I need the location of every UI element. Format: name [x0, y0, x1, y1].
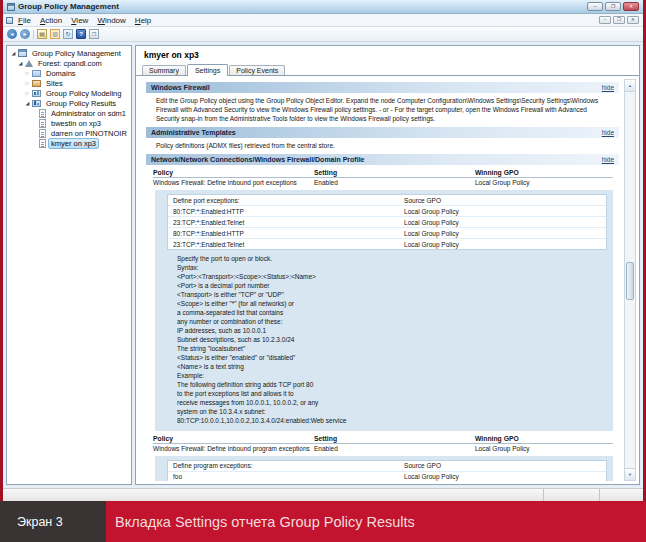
column-header: Setting: [314, 435, 475, 442]
toolbar-icons: [7, 29, 99, 39]
scroll-down-icon[interactable]: [625, 468, 635, 480]
description-line: <Status> is either "enabled" or "disable…: [177, 354, 607, 363]
expander-expanded-icon[interactable]: [17, 61, 24, 66]
child-restore-button[interactable]: [613, 16, 625, 24]
report-shell: Windows FirewallhideEdit the Group Polic…: [142, 79, 636, 481]
tree-item[interactable]: Group Policy Management: [7, 48, 131, 58]
description-line: 80:TCP:10.0.0.1,10.0.0.2,10.3.4.0/24:ena…: [177, 417, 607, 426]
exceptions-table-row: 23:TCP:*:Enabled:TelnetLocal Group Polic…: [168, 238, 606, 249]
scroll-up-icon[interactable]: [625, 80, 635, 92]
description-line: <Name> is a text string: [177, 363, 607, 372]
description-lines: Specify the port to open or block.Syntax…: [177, 255, 607, 425]
magazine-caption: Экран 3 Вкладка Settings отчета Group Po…: [0, 501, 646, 542]
minimize-button[interactable]: [587, 2, 603, 11]
menu-window[interactable]: Window: [97, 16, 125, 25]
status-bar: [3, 488, 643, 501]
toolbar-separator: [33, 30, 34, 39]
hide-link[interactable]: hide: [602, 129, 614, 136]
menu-help[interactable]: Help: [135, 16, 151, 25]
tree-item[interactable]: darren on PINOTNOIR: [7, 128, 131, 138]
tree-item[interactable]: Forest: cpandl.com: [7, 58, 131, 68]
new-window-icon[interactable]: [89, 29, 99, 39]
cell: Local Group Policy: [404, 230, 601, 237]
hide-link[interactable]: hide: [602, 84, 614, 91]
report-scrollbar[interactable]: [624, 79, 636, 481]
child-window-controls: [599, 16, 639, 24]
close-button[interactable]: [623, 2, 639, 11]
menu-file[interactable]: File: [18, 16, 31, 25]
policy-table-header: PolicySettingWinning GPO: [153, 168, 613, 178]
cell: 80:TCP:*:Enabled:HTTP: [173, 230, 404, 237]
description-line: <Scope> is either "*" (for all networks)…: [177, 300, 607, 309]
tree-item[interactable]: Group Policy Modeling: [7, 88, 131, 98]
tree-item-label: kmyer on xp3: [48, 138, 99, 149]
description-line: a comma-separated list that contains: [177, 309, 607, 318]
forward-icon[interactable]: [20, 29, 30, 39]
description-line: to the port exceptions list and allows i…: [177, 390, 607, 399]
refresh-icon[interactable]: [63, 29, 73, 39]
description-line: system on the 10.3.4.x subnet:: [177, 408, 607, 417]
cell: 23:TCP:*:Enabled:Telnet: [173, 219, 404, 226]
cell: Local Group Policy: [404, 241, 601, 248]
window-controls: [587, 2, 639, 11]
maximize-button[interactable]: [605, 2, 621, 11]
scroll-thumb[interactable]: [626, 262, 634, 300]
tree-item[interactable]: Administrator on sdm1: [7, 108, 131, 118]
tree-item-label: darren on PINOTNOIR: [48, 128, 130, 139]
policy-table-header: PolicySettingWinning GPO: [153, 434, 613, 444]
tree-item[interactable]: Domains: [7, 68, 131, 78]
menubar: FileActionViewWindowHelp: [3, 14, 643, 27]
status-divider: [543, 489, 599, 501]
description-line: The following definition string adds TCP…: [177, 381, 607, 390]
child-close-button[interactable]: [627, 16, 639, 24]
section-paragraph: Edit the Group Policy object using the G…: [156, 96, 607, 123]
column-header: Winning GPO: [475, 435, 613, 442]
description-line: IP addresses, such as 10.0.0.1: [177, 327, 607, 336]
export-icon[interactable]: [37, 29, 47, 39]
menu-view[interactable]: View: [71, 16, 88, 25]
column-header: Define program exceptions:: [173, 462, 404, 469]
description-line: <Transport> is either "TCP" or "UDP": [177, 291, 607, 300]
tab-settings[interactable]: Settings: [187, 64, 228, 76]
console-tree-icon[interactable]: [50, 29, 60, 39]
description-line: The string "localsubnet": [177, 345, 607, 354]
section-header: Administrative Templateshide: [146, 127, 619, 138]
column-header: Policy: [153, 435, 314, 442]
expander-collapsed-icon[interactable]: [24, 91, 31, 96]
expander-collapsed-icon[interactable]: [24, 81, 31, 86]
results-icon: [32, 100, 41, 107]
section-header: Windows Firewallhide: [146, 82, 619, 93]
gpmc-window: Group Policy Management FileActionViewWi…: [3, 0, 643, 501]
help-icon[interactable]: [76, 29, 86, 39]
page-title: kmyer on xp3: [136, 46, 639, 62]
tab-summary[interactable]: Summary: [142, 65, 186, 75]
report-icon: [39, 109, 46, 118]
policy-table-row: Windows Firewall: Define inbound port ex…: [153, 178, 613, 187]
child-minimize-button[interactable]: [599, 16, 611, 24]
menu-action[interactable]: Action: [40, 16, 62, 25]
cell: Local Group Policy: [404, 219, 601, 226]
cell: foo: [173, 473, 404, 480]
description-line: receive messages from 10.0.0.1, 10.0.0.2…: [177, 399, 607, 408]
app-icon: [7, 3, 15, 11]
console-icon: [6, 17, 13, 24]
description-line: <Port> is a decimal port number: [177, 282, 607, 291]
console-icon: [18, 49, 27, 57]
tree-item[interactable]: Group Policy Results: [7, 98, 131, 108]
expander-expanded-icon[interactable]: [24, 101, 31, 106]
report: Windows FirewallhideEdit the Group Polic…: [142, 79, 622, 481]
tree-item[interactable]: Sites: [7, 78, 131, 88]
hide-link[interactable]: hide: [602, 156, 614, 163]
domains-folder-icon: [32, 70, 41, 77]
status-divider: [599, 489, 643, 501]
tree-item[interactable]: kmyer on xp3: [7, 138, 131, 148]
expander-collapsed-icon[interactable]: [24, 71, 31, 76]
expander-expanded-icon[interactable]: [10, 51, 17, 56]
tree-item[interactable]: bwestin on xp3: [7, 118, 131, 128]
back-icon[interactable]: [7, 29, 17, 39]
detail-panel: Define program exceptions:Source GPOfooL…: [155, 456, 613, 481]
caption-label: Экран 3: [0, 501, 106, 542]
menu-items: FileActionViewWindowHelp: [18, 16, 599, 25]
tab-policy-events[interactable]: Policy Events: [229, 65, 285, 75]
modeling-icon: [32, 90, 41, 97]
